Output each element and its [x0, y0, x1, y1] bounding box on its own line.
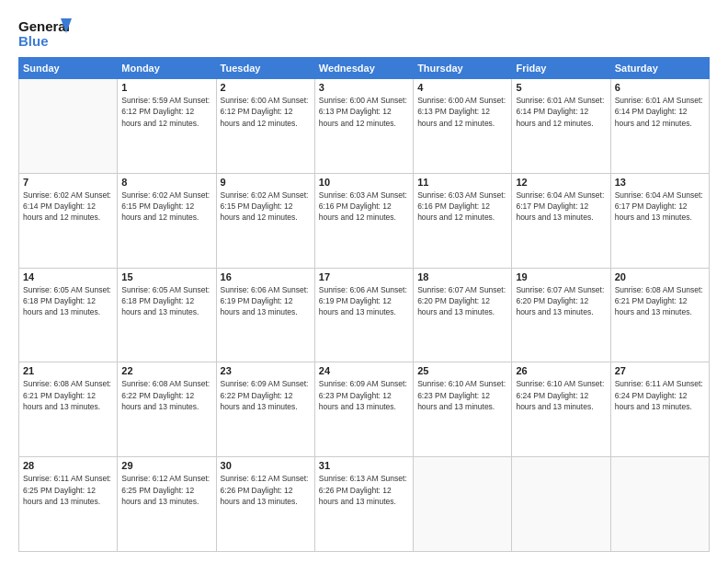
day-number: 21	[23, 365, 113, 376]
calendar-cell: 27Sunrise: 6:11 AM Sunset: 6:24 PM Dayli…	[610, 362, 709, 457]
day-number: 14	[23, 271, 113, 282]
calendar-week-3: 21Sunrise: 6:08 AM Sunset: 6:21 PM Dayli…	[19, 362, 710, 457]
day-number: 18	[417, 271, 507, 282]
day-number: 8	[121, 177, 211, 188]
calendar-cell	[512, 457, 610, 552]
calendar-cell: 1Sunrise: 5:59 AM Sunset: 6:12 PM Daylig…	[118, 79, 216, 174]
day-number: 26	[516, 365, 606, 376]
day-info: Sunrise: 6:12 AM Sunset: 6:26 PM Dayligh…	[221, 473, 311, 507]
day-number: 2	[221, 82, 311, 93]
day-info: Sunrise: 5:59 AM Sunset: 6:12 PM Dayligh…	[121, 95, 211, 129]
calendar-cell: 18Sunrise: 6:07 AM Sunset: 6:20 PM Dayli…	[414, 268, 512, 362]
day-number: 5	[516, 82, 606, 93]
calendar-header-sunday: Sunday	[19, 58, 118, 79]
day-info: Sunrise: 6:08 AM Sunset: 6:22 PM Dayligh…	[121, 378, 211, 412]
day-info: Sunrise: 6:04 AM Sunset: 6:17 PM Dayligh…	[516, 190, 606, 224]
calendar-header-tuesday: Tuesday	[216, 58, 314, 79]
day-number: 3	[319, 82, 409, 93]
calendar-cell: 29Sunrise: 6:12 AM Sunset: 6:25 PM Dayli…	[118, 457, 216, 552]
header: GeneralBlue	[18, 17, 710, 50]
calendar-table: SundayMondayTuesdayWednesdayThursdayFrid…	[18, 57, 710, 552]
day-number: 31	[319, 460, 409, 471]
calendar-cell: 15Sunrise: 6:05 AM Sunset: 6:18 PM Dayli…	[118, 268, 216, 362]
day-number: 17	[319, 271, 409, 282]
day-number: 20	[615, 271, 705, 282]
calendar-header-saturday: Saturday	[610, 58, 709, 79]
day-number: 16	[221, 271, 311, 282]
calendar-cell: 17Sunrise: 6:06 AM Sunset: 6:19 PM Dayli…	[314, 268, 413, 362]
day-info: Sunrise: 6:07 AM Sunset: 6:20 PM Dayligh…	[516, 284, 606, 318]
day-info: Sunrise: 6:06 AM Sunset: 6:19 PM Dayligh…	[221, 284, 311, 318]
day-number: 29	[121, 460, 211, 471]
calendar-cell: 8Sunrise: 6:02 AM Sunset: 6:15 PM Daylig…	[118, 173, 216, 268]
day-info: Sunrise: 6:04 AM Sunset: 6:17 PM Dayligh…	[615, 190, 705, 224]
day-info: Sunrise: 6:05 AM Sunset: 6:18 PM Dayligh…	[121, 284, 211, 318]
calendar-cell: 23Sunrise: 6:09 AM Sunset: 6:22 PM Dayli…	[216, 362, 314, 457]
day-info: Sunrise: 6:07 AM Sunset: 6:20 PM Dayligh…	[417, 284, 507, 318]
day-info: Sunrise: 6:06 AM Sunset: 6:19 PM Dayligh…	[319, 284, 409, 318]
day-number: 6	[615, 82, 705, 93]
day-info: Sunrise: 6:12 AM Sunset: 6:25 PM Dayligh…	[121, 473, 211, 507]
day-info: Sunrise: 6:10 AM Sunset: 6:23 PM Dayligh…	[417, 378, 507, 412]
calendar-cell: 19Sunrise: 6:07 AM Sunset: 6:20 PM Dayli…	[512, 268, 610, 362]
day-number: 30	[221, 460, 311, 471]
calendar-week-1: 7Sunrise: 6:02 AM Sunset: 6:14 PM Daylig…	[19, 173, 710, 268]
calendar-week-4: 28Sunrise: 6:11 AM Sunset: 6:25 PM Dayli…	[19, 457, 710, 552]
calendar-cell	[610, 457, 709, 552]
day-number: 27	[615, 365, 705, 376]
day-number: 13	[615, 177, 705, 188]
day-info: Sunrise: 6:03 AM Sunset: 6:16 PM Dayligh…	[417, 190, 507, 224]
day-info: Sunrise: 6:09 AM Sunset: 6:22 PM Dayligh…	[221, 378, 311, 412]
svg-text:Blue: Blue	[18, 33, 49, 49]
calendar-header-thursday: Thursday	[414, 58, 512, 79]
calendar-cell	[414, 457, 512, 552]
day-number: 24	[319, 365, 409, 376]
calendar-cell	[19, 79, 118, 174]
calendar-week-0: 1Sunrise: 5:59 AM Sunset: 6:12 PM Daylig…	[19, 79, 710, 174]
calendar-cell: 30Sunrise: 6:12 AM Sunset: 6:26 PM Dayli…	[216, 457, 314, 552]
calendar-cell: 2Sunrise: 6:00 AM Sunset: 6:12 PM Daylig…	[216, 79, 314, 174]
day-number: 1	[121, 82, 211, 93]
logo: GeneralBlue	[18, 17, 74, 50]
day-number: 28	[23, 460, 113, 471]
calendar-header-friday: Friday	[512, 58, 610, 79]
calendar-cell: 13Sunrise: 6:04 AM Sunset: 6:17 PM Dayli…	[610, 173, 709, 268]
calendar-cell: 7Sunrise: 6:02 AM Sunset: 6:14 PM Daylig…	[19, 173, 118, 268]
day-info: Sunrise: 6:11 AM Sunset: 6:25 PM Dayligh…	[23, 473, 113, 507]
day-info: Sunrise: 6:10 AM Sunset: 6:24 PM Dayligh…	[516, 378, 606, 412]
day-info: Sunrise: 6:02 AM Sunset: 6:15 PM Dayligh…	[121, 190, 211, 224]
day-info: Sunrise: 6:09 AM Sunset: 6:23 PM Dayligh…	[319, 378, 409, 412]
calendar-header-monday: Monday	[118, 58, 216, 79]
calendar-cell: 5Sunrise: 6:01 AM Sunset: 6:14 PM Daylig…	[512, 79, 610, 174]
day-number: 10	[319, 177, 409, 188]
day-info: Sunrise: 6:01 AM Sunset: 6:14 PM Dayligh…	[516, 95, 606, 129]
day-info: Sunrise: 6:13 AM Sunset: 6:26 PM Dayligh…	[319, 473, 409, 507]
calendar-cell: 12Sunrise: 6:04 AM Sunset: 6:17 PM Dayli…	[512, 173, 610, 268]
calendar-cell: 14Sunrise: 6:05 AM Sunset: 6:18 PM Dayli…	[19, 268, 118, 362]
day-number: 15	[121, 271, 211, 282]
day-number: 4	[417, 82, 507, 93]
calendar-cell: 11Sunrise: 6:03 AM Sunset: 6:16 PM Dayli…	[414, 173, 512, 268]
day-info: Sunrise: 6:01 AM Sunset: 6:14 PM Dayligh…	[615, 95, 705, 129]
day-number: 23	[221, 365, 311, 376]
day-number: 11	[417, 177, 507, 188]
page: GeneralBlue SundayMondayTuesdayWednesday…	[0, 0, 728, 563]
day-number: 25	[417, 365, 507, 376]
calendar-cell: 3Sunrise: 6:00 AM Sunset: 6:13 PM Daylig…	[314, 79, 413, 174]
day-info: Sunrise: 6:00 AM Sunset: 6:13 PM Dayligh…	[417, 95, 507, 129]
calendar-cell: 31Sunrise: 6:13 AM Sunset: 6:26 PM Dayli…	[314, 457, 413, 552]
calendar-cell: 28Sunrise: 6:11 AM Sunset: 6:25 PM Dayli…	[19, 457, 118, 552]
calendar-cell: 21Sunrise: 6:08 AM Sunset: 6:21 PM Dayli…	[19, 362, 118, 457]
calendar-cell: 16Sunrise: 6:06 AM Sunset: 6:19 PM Dayli…	[216, 268, 314, 362]
logo-svg: GeneralBlue	[18, 17, 74, 50]
calendar-week-2: 14Sunrise: 6:05 AM Sunset: 6:18 PM Dayli…	[19, 268, 710, 362]
day-number: 9	[221, 177, 311, 188]
calendar-cell: 10Sunrise: 6:03 AM Sunset: 6:16 PM Dayli…	[314, 173, 413, 268]
day-number: 22	[121, 365, 211, 376]
day-info: Sunrise: 6:00 AM Sunset: 6:12 PM Dayligh…	[221, 95, 311, 129]
day-info: Sunrise: 6:11 AM Sunset: 6:24 PM Dayligh…	[615, 378, 705, 412]
calendar-header-row: SundayMondayTuesdayWednesdayThursdayFrid…	[19, 58, 710, 79]
day-info: Sunrise: 6:02 AM Sunset: 6:14 PM Dayligh…	[23, 190, 113, 224]
calendar-header-wednesday: Wednesday	[314, 58, 413, 79]
calendar-cell: 4Sunrise: 6:00 AM Sunset: 6:13 PM Daylig…	[414, 79, 512, 174]
